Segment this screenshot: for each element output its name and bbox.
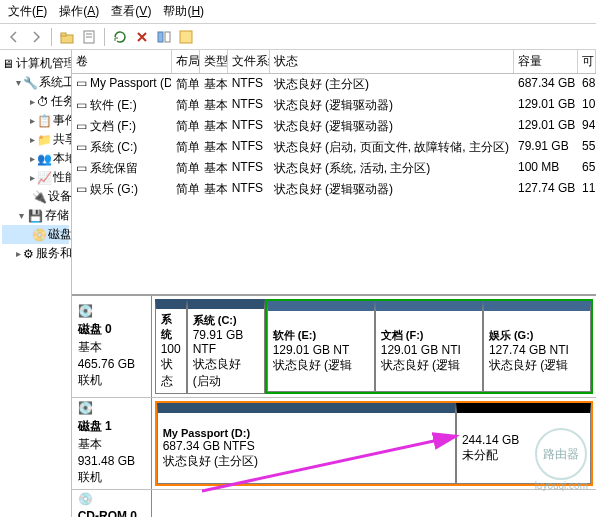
forward-icon[interactable]	[26, 27, 46, 47]
volume-row[interactable]: ▭ 文档 (F:)简单基本NTFS状态良好 (逻辑驱动器)129.01 GB94	[72, 116, 596, 137]
refresh-icon[interactable]	[110, 27, 130, 47]
device-icon: 🔌	[32, 190, 46, 204]
properties-icon[interactable]	[79, 27, 99, 47]
tree-device-manager[interactable]: 🔌设备管理器	[2, 187, 69, 206]
col-type[interactable]: 类型	[200, 50, 228, 73]
disk-icon: 💽	[78, 401, 145, 415]
expand-icon[interactable]: ▸	[30, 134, 35, 145]
disk-title: 磁盘 1	[78, 418, 145, 435]
disk-graphical-view[interactable]: 💽 磁盘 0 基本 465.76 GB 联机 系统 100 状态 系统 (C:)…	[72, 294, 596, 517]
partition-c[interactable]: 系统 (C:) 79.91 GB NTF 状态良好 (启动	[187, 299, 265, 394]
disk-status: 联机	[78, 469, 145, 486]
collapse-icon[interactable]: ▾	[16, 77, 21, 88]
svg-rect-6	[165, 32, 170, 42]
partition-sysres[interactable]: 系统 100 状态	[155, 299, 187, 394]
storage-icon: 💾	[29, 209, 43, 223]
disk-title: 磁盘 0	[78, 321, 145, 338]
expand-icon[interactable]: ▸	[30, 115, 35, 126]
partition-g[interactable]: 娱乐 (G:) 127.74 GB NTI 状态良好 (逻辑	[483, 301, 591, 392]
disk-info[interactable]: 💽 磁盘 1 基本 931.48 GB 联机	[72, 398, 152, 489]
users-icon: 👥	[37, 152, 51, 166]
menu-bar: 文件(F) 操作(A) 查看(V) 帮助(H)	[0, 0, 596, 24]
volume-list[interactable]: ▭ My Passport (D:)简单基本NTFS状态良好 (主分区)687.…	[72, 74, 596, 294]
delete-icon[interactable]	[132, 27, 152, 47]
help-icon[interactable]	[176, 27, 196, 47]
folder-icon: 📁	[37, 133, 51, 147]
tree-local-users[interactable]: ▸👥本地用户和组	[2, 149, 69, 168]
disk-info[interactable]: 💿 CD-ROM 0 DVD (H:)	[72, 490, 152, 517]
partition-d[interactable]: My Passport (D:) 687.34 GB NTFS 状态良好 (主分…	[157, 403, 456, 484]
volume-list-header[interactable]: 卷 布局 类型 文件系统 状态 容量 可	[72, 50, 596, 74]
clock-icon: ⏱	[37, 95, 49, 109]
event-icon: 📋	[37, 114, 51, 128]
partition-f[interactable]: 文档 (F:) 129.01 GB NTI 状态良好 (逻辑	[375, 301, 483, 392]
disk-row[interactable]: 💽 磁盘 1 基本 931.48 GB 联机 My Passport (D:) …	[72, 398, 596, 490]
svg-rect-5	[158, 32, 163, 42]
services-icon: ⚙	[23, 247, 34, 261]
navigation-tree[interactable]: 🖥计算机管理(本地) ▾🔧系统工具 ▸⏱任务计划程序 ▸📋事件查看器 ▸📁共享文…	[0, 50, 72, 517]
col-fs[interactable]: 文件系统	[228, 50, 270, 73]
tree-system-tools[interactable]: ▾🔧系统工具	[2, 73, 69, 92]
expand-icon[interactable]: ▸	[16, 248, 21, 259]
tree-task-scheduler[interactable]: ▸⏱任务计划程序	[2, 92, 69, 111]
expand-icon[interactable]: ▸	[30, 96, 35, 107]
partition-e[interactable]: 软件 (E:) 129.01 GB NT 状态良好 (逻辑	[267, 301, 375, 392]
col-layout[interactable]: 布局	[172, 50, 200, 73]
disk-type: 基本	[78, 339, 145, 356]
tree-performance[interactable]: ▸📈性能	[2, 168, 69, 187]
expand-icon[interactable]: ▸	[30, 153, 35, 164]
expand-icon[interactable]: ▸	[30, 172, 35, 183]
menu-action[interactable]: 操作(A)	[59, 3, 99, 20]
tree-event-viewer[interactable]: ▸📋事件查看器	[2, 111, 69, 130]
col-volume[interactable]: 卷	[72, 50, 172, 73]
col-avail[interactable]: 可	[578, 50, 596, 73]
disk-row[interactable]: 💿 CD-ROM 0 DVD (H:)	[72, 490, 596, 517]
volume-row[interactable]: ▭ My Passport (D:)简单基本NTFS状态良好 (主分区)687.…	[72, 74, 596, 95]
tools-icon: 🔧	[23, 76, 37, 90]
toolbar	[0, 24, 596, 50]
disk-row[interactable]: 💽 磁盘 0 基本 465.76 GB 联机 系统 100 状态 系统 (C:)…	[72, 296, 596, 398]
disk-size: 931.48 GB	[78, 454, 145, 468]
disk-icon: 📀	[32, 228, 46, 242]
disk-icon: 💽	[78, 304, 145, 318]
cdrom-icon: 💿	[78, 492, 145, 506]
watermark: 路由器 luyouqi.com	[535, 428, 588, 491]
menu-view[interactable]: 查看(V)	[111, 3, 151, 20]
menu-file[interactable]: 文件(F)	[8, 3, 47, 20]
volume-row[interactable]: ▭ 娱乐 (G:)简单基本NTFS状态良好 (逻辑驱动器)127.74 GB11	[72, 179, 596, 200]
tree-disk-management[interactable]: 📀磁盘管理	[2, 225, 69, 244]
menu-help[interactable]: 帮助(H)	[163, 3, 204, 20]
tree-storage[interactable]: ▾💾存储	[2, 206, 69, 225]
disk-size: 465.76 GB	[78, 357, 145, 371]
disk-info[interactable]: 💽 磁盘 0 基本 465.76 GB 联机	[72, 296, 152, 397]
volume-row[interactable]: ▭ 软件 (E:)简单基本NTFS状态良好 (逻辑驱动器)129.01 GB10	[72, 95, 596, 116]
up-icon[interactable]	[57, 27, 77, 47]
volume-row[interactable]: ▭ 系统 (C:)简单基本NTFS状态良好 (启动, 页面文件, 故障转储, 主…	[72, 137, 596, 158]
disk-type: 基本	[78, 436, 145, 453]
options-icon[interactable]	[154, 27, 174, 47]
col-status[interactable]: 状态	[270, 50, 514, 73]
collapse-icon[interactable]: ▾	[16, 210, 27, 221]
tree-root[interactable]: 🖥计算机管理(本地)	[2, 54, 69, 73]
computer-icon: 🖥	[2, 57, 14, 71]
col-capacity[interactable]: 容量	[514, 50, 578, 73]
disk-title: CD-ROM 0	[78, 509, 145, 517]
tree-shared-folders[interactable]: ▸📁共享文件夹	[2, 130, 69, 149]
volume-row[interactable]: ▭ 系统保留简单基本NTFS状态良好 (系统, 活动, 主分区)100 MB65	[72, 158, 596, 179]
svg-rect-1	[61, 33, 66, 36]
back-icon[interactable]	[4, 27, 24, 47]
svg-rect-7	[180, 31, 192, 43]
disk-status: 联机	[78, 372, 145, 389]
tree-services-apps[interactable]: ▸⚙服务和应用程序	[2, 244, 69, 263]
perf-icon: 📈	[37, 171, 51, 185]
